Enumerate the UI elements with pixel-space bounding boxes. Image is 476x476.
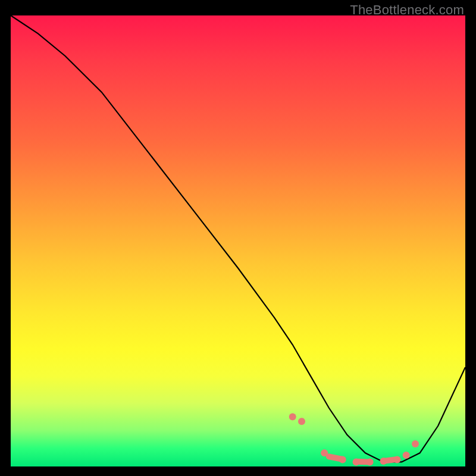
marker-dot: [403, 452, 410, 459]
marker-dot: [289, 414, 296, 421]
bottleneck-curve: [11, 15, 465, 462]
gradient-plot-area: [11, 15, 465, 466]
marker-dot: [412, 440, 419, 447]
curve-svg: [11, 15, 465, 466]
marker-dash: [384, 459, 397, 461]
marker-dot: [298, 418, 305, 425]
chart-frame: TheBottleneck.com: [0, 0, 476, 476]
marker-dash: [329, 456, 343, 459]
marker-dash: [356, 462, 370, 462]
